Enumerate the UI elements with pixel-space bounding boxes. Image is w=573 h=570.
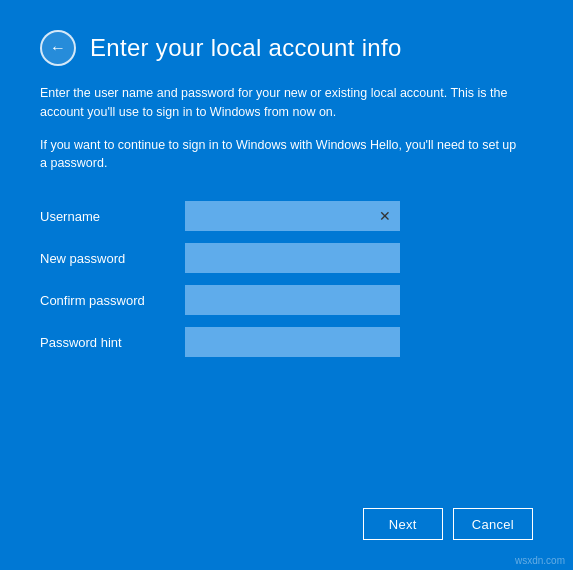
- password-hint-input-wrapper: [185, 327, 400, 357]
- confirm-password-row: Confirm password: [40, 285, 533, 315]
- header: ← Enter your local account info: [40, 30, 533, 66]
- username-input-wrapper: ✕: [185, 201, 400, 231]
- next-button[interactable]: Next: [363, 508, 443, 540]
- description-first: Enter the user name and password for you…: [40, 84, 520, 122]
- username-row: Username ✕: [40, 201, 533, 231]
- page-title: Enter your local account info: [90, 34, 402, 62]
- back-button[interactable]: ←: [40, 30, 76, 66]
- new-password-label: New password: [40, 251, 185, 266]
- page-container: ← Enter your local account info Enter th…: [0, 0, 573, 570]
- confirm-password-input[interactable]: [185, 285, 400, 315]
- description-second: If you want to continue to sign in to Wi…: [40, 136, 520, 174]
- new-password-input-wrapper: [185, 243, 400, 273]
- clear-username-button[interactable]: ✕: [376, 207, 394, 225]
- password-hint-row: Password hint: [40, 327, 533, 357]
- footer: Next Cancel: [40, 498, 533, 540]
- password-hint-label: Password hint: [40, 335, 185, 350]
- back-arrow-icon: ←: [50, 40, 66, 56]
- username-input[interactable]: [185, 201, 400, 231]
- new-password-input[interactable]: [185, 243, 400, 273]
- cancel-button[interactable]: Cancel: [453, 508, 533, 540]
- confirm-password-input-wrapper: [185, 285, 400, 315]
- confirm-password-label: Confirm password: [40, 293, 185, 308]
- password-hint-input[interactable]: [185, 327, 400, 357]
- new-password-row: New password: [40, 243, 533, 273]
- username-label: Username: [40, 209, 185, 224]
- watermark: wsxdn.com: [515, 555, 565, 566]
- form-section: Username ✕ New password Confirm password…: [40, 201, 533, 369]
